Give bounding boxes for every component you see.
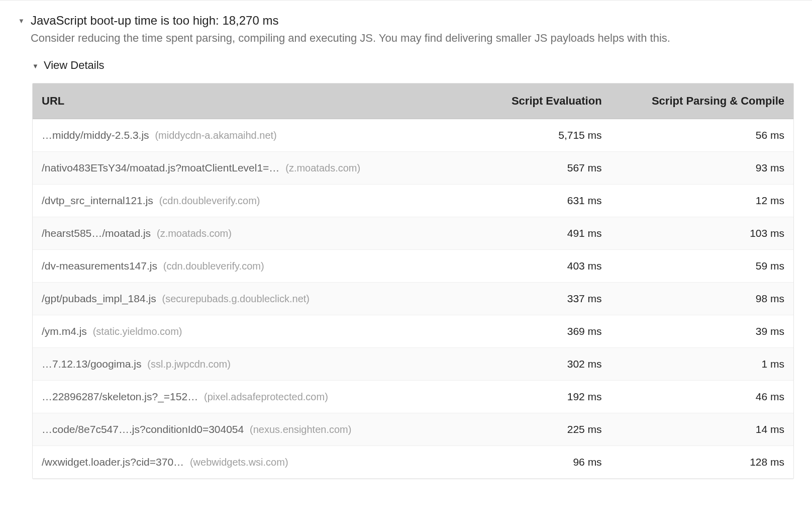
- table-row: /dvtp_src_internal121.js (cdn.doubleveri…: [33, 185, 793, 217]
- audit-title-block: JavaScript boot-up time is too high: 18,…: [31, 13, 794, 46]
- table-row: …7.12.13/googima.js (ssl.p.jwpcdn.com)30…: [33, 348, 793, 381]
- table-row: /dv-measurements147.js (cdn.doubleverify…: [33, 250, 793, 283]
- cell-url[interactable]: …middy/middy-2.5.3.js (middycdn-a.akamai…: [33, 119, 459, 152]
- cell-evaluation: 192 ms: [459, 381, 611, 413]
- table-row: /ym.m4.js (static.yieldmo.com)369 ms39 m…: [33, 315, 793, 348]
- table-row: /wxwidget.loader.js?cid=370… (webwidgets…: [33, 446, 793, 479]
- url-path: /ym.m4.js: [42, 325, 87, 337]
- url-path: /dvtp_src_internal121.js: [42, 195, 153, 206]
- url-host: (webwidgets.wsi.com): [190, 457, 288, 468]
- cell-evaluation: 403 ms: [459, 250, 611, 283]
- chevron-down-icon[interactable]: [32, 60, 39, 72]
- chevron-down-icon[interactable]: [18, 14, 25, 28]
- col-parse: Script Parsing & Compile: [611, 83, 793, 119]
- top-divider: [0, 0, 812, 1]
- url-path: …22896287/skeleton.js?_=152…: [42, 391, 198, 402]
- cell-evaluation: 491 ms: [459, 217, 611, 250]
- url-host: (nexus.ensighten.com): [250, 424, 351, 435]
- table-row: /gpt/pubads_impl_184.js (securepubads.g.…: [33, 283, 793, 315]
- url-host: (pixel.adsafeprotected.com): [204, 391, 328, 402]
- col-url: URL: [33, 83, 459, 119]
- cell-parse: 46 ms: [611, 381, 793, 413]
- url-host: (cdn.doubleverify.com): [163, 260, 264, 272]
- table-row: /nativo483ETsY34/moatad.js?moatClientLev…: [33, 152, 793, 185]
- cell-url[interactable]: /nativo483ETsY34/moatad.js?moatClientLev…: [33, 152, 459, 185]
- cell-evaluation: 567 ms: [459, 152, 611, 185]
- table-row: …middy/middy-2.5.3.js (middycdn-a.akamai…: [33, 119, 793, 152]
- cell-evaluation: 225 ms: [459, 413, 611, 446]
- audit-section: JavaScript boot-up time is too high: 18,…: [0, 5, 812, 479]
- cell-url[interactable]: /wxwidget.loader.js?cid=370… (webwidgets…: [33, 446, 459, 479]
- url-path: /hearst585…/moatad.js: [42, 227, 151, 239]
- cell-url[interactable]: /gpt/pubads_impl_184.js (securepubads.g.…: [33, 283, 459, 315]
- url-host: (securepubads.g.doubleclick.net): [162, 293, 310, 304]
- details-table-wrap: URL Script Evaluation Script Parsing & C…: [32, 83, 794, 479]
- table-row: /hearst585…/moatad.js (z.moatads.com)491…: [33, 217, 793, 250]
- audit-description: Consider reducing the time spent parsing…: [31, 31, 784, 46]
- url-path: …code/8e7c547….js?conditionId0=304054: [42, 423, 244, 435]
- cell-parse: 128 ms: [611, 446, 793, 479]
- cell-url[interactable]: /hearst585…/moatad.js (z.moatads.com): [33, 217, 459, 250]
- cell-url[interactable]: /dvtp_src_internal121.js (cdn.doubleveri…: [33, 185, 459, 217]
- url-path: …7.12.13/googima.js: [42, 358, 141, 370]
- cell-url[interactable]: …7.12.13/googima.js (ssl.p.jwpcdn.com): [33, 348, 459, 381]
- cell-parse: 14 ms: [611, 413, 793, 446]
- audit-title: JavaScript boot-up time is too high: 18,…: [31, 13, 794, 29]
- cell-parse: 103 ms: [611, 217, 793, 250]
- col-evaluation: Script Evaluation: [459, 83, 611, 119]
- audit-header[interactable]: JavaScript boot-up time is too high: 18,…: [18, 13, 794, 46]
- audit-details: View Details URL Script Evaluation Scrip…: [32, 59, 794, 479]
- url-host: (static.yieldmo.com): [93, 326, 182, 337]
- cell-evaluation: 631 ms: [459, 185, 611, 217]
- cell-parse: 93 ms: [611, 152, 793, 185]
- cell-evaluation: 369 ms: [459, 315, 611, 348]
- url-host: (ssl.p.jwpcdn.com): [147, 359, 231, 370]
- cell-url[interactable]: …22896287/skeleton.js?_=152… (pixel.adsa…: [33, 381, 459, 413]
- table-body: …middy/middy-2.5.3.js (middycdn-a.akamai…: [33, 119, 793, 479]
- cell-evaluation: 302 ms: [459, 348, 611, 381]
- cell-parse: 98 ms: [611, 283, 793, 315]
- cell-parse: 12 ms: [611, 185, 793, 217]
- cell-url[interactable]: /dv-measurements147.js (cdn.doubleverify…: [33, 250, 459, 283]
- cell-parse: 1 ms: [611, 348, 793, 381]
- url-host: (middycdn-a.akamaihd.net): [155, 130, 276, 141]
- cell-evaluation: 5,715 ms: [459, 119, 611, 152]
- url-host: (cdn.doubleverify.com): [159, 195, 260, 206]
- cell-parse: 56 ms: [611, 119, 793, 152]
- cell-parse: 59 ms: [611, 250, 793, 283]
- url-path: /gpt/pubads_impl_184.js: [42, 293, 156, 304]
- url-path: /wxwidget.loader.js?cid=370…: [42, 456, 184, 468]
- url-path: …middy/middy-2.5.3.js: [42, 129, 149, 141]
- url-path: /nativo483ETsY34/moatad.js?moatClientLev…: [42, 162, 279, 173]
- cell-evaluation: 96 ms: [459, 446, 611, 479]
- cell-parse: 39 ms: [611, 315, 793, 348]
- table-row: …code/8e7c547….js?conditionId0=304054 (n…: [33, 413, 793, 446]
- cell-url[interactable]: /ym.m4.js (static.yieldmo.com): [33, 315, 459, 348]
- url-path: /dv-measurements147.js: [42, 260, 157, 272]
- details-table: URL Script Evaluation Script Parsing & C…: [33, 83, 793, 479]
- url-host: (z.moatads.com): [157, 228, 232, 239]
- cell-url[interactable]: …code/8e7c547….js?conditionId0=304054 (n…: [33, 413, 459, 446]
- cell-evaluation: 337 ms: [459, 283, 611, 315]
- table-row: …22896287/skeleton.js?_=152… (pixel.adsa…: [33, 381, 793, 413]
- url-host: (z.moatads.com): [285, 162, 360, 173]
- view-details-toggle[interactable]: View Details: [32, 59, 794, 72]
- table-header-row: URL Script Evaluation Script Parsing & C…: [33, 83, 793, 119]
- view-details-label: View Details: [44, 59, 105, 72]
